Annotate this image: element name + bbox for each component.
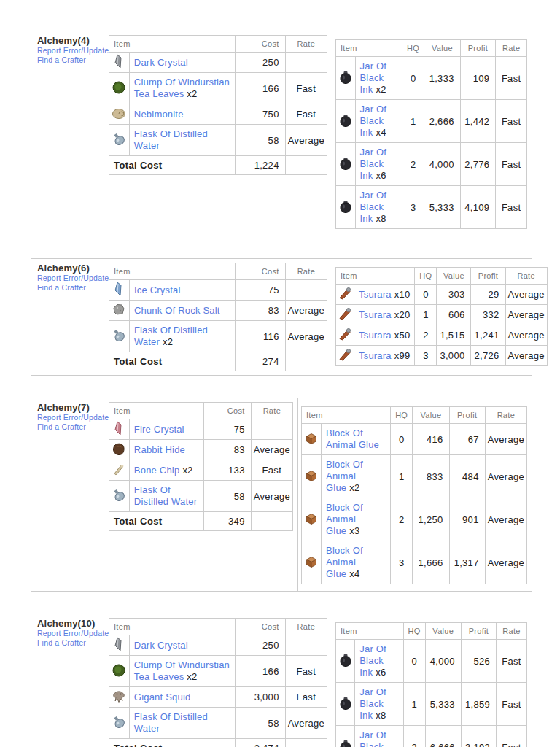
dark-crystal-icon bbox=[112, 54, 126, 69]
item-link[interactable]: Tsurara bbox=[359, 289, 392, 300]
report-error-link[interactable]: Report Error/Update bbox=[37, 413, 99, 422]
result-row: Tsurarax20 1 606 332 Average bbox=[336, 305, 548, 325]
profit-amount: 1,241 bbox=[471, 325, 505, 346]
item-link[interactable]: Gigant Squid bbox=[134, 692, 191, 703]
item-link[interactable]: Nebimonite bbox=[134, 109, 184, 120]
col-header-item: Item bbox=[336, 623, 404, 640]
item-quantity: x6 bbox=[376, 667, 386, 678]
rate-badge: Fast bbox=[496, 100, 527, 143]
item-name-cell: Flask Of Distilled Water bbox=[129, 481, 203, 512]
item-quantity: x8 bbox=[376, 213, 386, 224]
item-link[interactable]: Flask Of Distilled Water bbox=[134, 484, 197, 507]
item-link[interactable]: Rabbit Hide bbox=[134, 444, 185, 455]
hq-level: 1 bbox=[415, 305, 437, 325]
item-link[interactable]: Ice Crystal bbox=[134, 285, 181, 295]
item-link[interactable]: Tsurara bbox=[359, 350, 392, 361]
rate-badge: Average bbox=[285, 708, 327, 739]
hq-level: 0 bbox=[415, 285, 437, 305]
profit-amount: 67 bbox=[449, 424, 485, 455]
col-header-item: Item bbox=[109, 36, 236, 53]
item-icon-cell bbox=[336, 186, 356, 229]
flask-icon bbox=[112, 488, 126, 503]
col-header-cost: Cost bbox=[235, 263, 285, 280]
item-link[interactable]: Flask Of Distilled Water bbox=[134, 128, 208, 151]
item-link[interactable]: Dark Crystal bbox=[134, 640, 188, 651]
black-ink-icon bbox=[338, 653, 353, 667]
item-link[interactable]: Jar Of Black Ink bbox=[359, 729, 386, 747]
ice-crystal-icon bbox=[112, 282, 126, 296]
item-link[interactable]: Chunk Of Rock Salt bbox=[134, 305, 220, 316]
item-name-cell: Tsurarax99 bbox=[354, 346, 415, 366]
hq-level: 2 bbox=[403, 726, 425, 747]
value-amount: 833 bbox=[413, 455, 449, 498]
profit-amount: 1,442 bbox=[460, 100, 496, 143]
rate-badge: Average bbox=[485, 498, 526, 541]
col-header-rate: Rate bbox=[251, 403, 292, 419]
item-quantity: x10 bbox=[394, 289, 411, 300]
rate-badge: Average bbox=[485, 541, 526, 584]
col-header-rate: Rate bbox=[285, 263, 327, 280]
hq-level: 0 bbox=[403, 640, 425, 683]
rate-badge: Fast bbox=[285, 656, 327, 687]
item-name-cell: Dark Crystal bbox=[129, 53, 235, 73]
item-link[interactable]: Block Of Animal Glue bbox=[326, 427, 379, 450]
find-crafter-link[interactable]: Find a Crafter bbox=[37, 422, 99, 432]
item-icon-cell bbox=[336, 346, 354, 366]
cost-value: 58 bbox=[235, 125, 285, 156]
item-quantity: x6 bbox=[376, 170, 386, 181]
result-row: Jar Of Black Inkx6 0 4,000 526 Fast bbox=[336, 640, 527, 683]
value-amount: 303 bbox=[437, 285, 471, 305]
value-amount: 4,000 bbox=[424, 143, 461, 186]
item-name-cell: Jar Of Black Inkx4 bbox=[355, 100, 402, 143]
col-header-rate: Rate bbox=[497, 623, 527, 640]
item-icon-cell bbox=[336, 325, 354, 346]
item-link[interactable]: Bone Chip bbox=[134, 465, 180, 476]
item-name-cell: Dark Crystal bbox=[129, 635, 235, 656]
item-name-cell: Chunk Of Rock Salt bbox=[129, 301, 235, 321]
result-row: Jar Of Black Inkx8 3 5,333 4,109 Fast bbox=[336, 186, 527, 229]
item-link[interactable]: Clump Of Windurstian Tea Leaves bbox=[134, 77, 230, 99]
rate-badge: Average bbox=[285, 321, 327, 352]
item-link[interactable]: Tsurara bbox=[359, 330, 392, 341]
ingredients-panel: Item Cost Rate Dark Crystal 250 Clump Of… bbox=[104, 31, 332, 236]
animal-glue-icon bbox=[304, 468, 319, 483]
item-quantity: x2 bbox=[182, 465, 192, 476]
cost-value: 116 bbox=[235, 321, 285, 352]
col-header-item: Item bbox=[109, 403, 204, 419]
ingredient-row: Bone Chipx2 133 Fast bbox=[109, 460, 293, 481]
black-ink-icon bbox=[338, 113, 353, 128]
item-icon-cell bbox=[109, 687, 130, 708]
item-link[interactable]: Fire Crystal bbox=[134, 424, 184, 435]
cost-value: 75 bbox=[235, 280, 285, 301]
tea-leaves-icon bbox=[112, 80, 126, 95]
rate-badge: Fast bbox=[497, 640, 527, 683]
ingredient-row: Chunk Of Rock Salt 83 Average bbox=[109, 301, 327, 321]
total-cost-value: 349 bbox=[203, 512, 251, 531]
value-amount: 1,333 bbox=[424, 57, 461, 100]
item-link[interactable]: Dark Crystal bbox=[134, 57, 188, 68]
profit-amount: 332 bbox=[471, 305, 505, 325]
item-icon-cell bbox=[302, 424, 322, 455]
result-row: Tsurarax10 0 303 29 Average bbox=[336, 285, 548, 305]
find-crafter-link[interactable]: Find a Crafter bbox=[37, 638, 99, 648]
total-cost-label: Total Cost bbox=[109, 352, 236, 371]
tsurara-icon bbox=[338, 286, 352, 301]
find-crafter-link[interactable]: Find a Crafter bbox=[37, 283, 99, 293]
report-error-link[interactable]: Report Error/Update bbox=[37, 274, 99, 283]
col-header-item: Item bbox=[109, 619, 236, 635]
result-row: Jar Of Black Inkx10 2 6,666 3,192 Fast bbox=[336, 726, 527, 747]
item-link[interactable]: Flask Of Distilled Water bbox=[134, 711, 208, 734]
item-link[interactable]: Tsurara bbox=[359, 309, 392, 320]
col-header-hq: HQ bbox=[415, 268, 437, 285]
report-error-link[interactable]: Report Error/Update bbox=[37, 46, 99, 55]
item-link[interactable]: Clump Of Windurstian Tea Leaves bbox=[134, 659, 230, 682]
report-error-link[interactable]: Report Error/Update bbox=[37, 629, 99, 638]
item-name-cell: Clump Of Windurstian Tea Leavesx2 bbox=[129, 73, 235, 104]
result-row: Jar Of Black Inkx2 0 1,333 109 Fast bbox=[336, 57, 527, 100]
item-icon-cell bbox=[109, 104, 130, 125]
cost-value: 83 bbox=[235, 301, 285, 321]
find-crafter-link[interactable]: Find a Crafter bbox=[37, 55, 99, 65]
ingredient-row: Flask Of Distilled Water 58 Average bbox=[109, 708, 327, 739]
cost-value: 58 bbox=[235, 708, 285, 739]
item-name-cell: Jar Of Black Inkx8 bbox=[355, 683, 403, 726]
